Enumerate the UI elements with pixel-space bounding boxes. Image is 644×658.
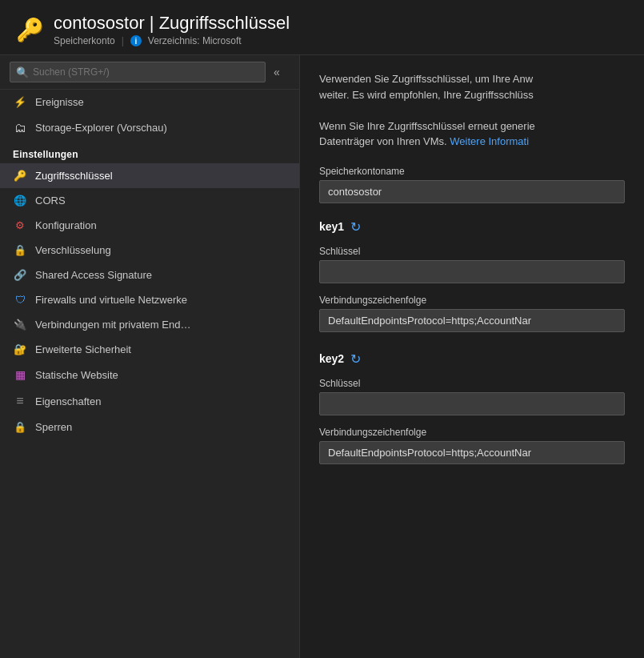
content-area: Verwenden Sie Zugriffsschlüssel, um Ihre… [300, 55, 644, 658]
key1-header: key1 ↻ [319, 219, 625, 235]
statische-website-icon: ▦ [13, 368, 27, 381]
sidebar-item-verschluesselung[interactable]: 🔒 Verschlüsselung [0, 238, 299, 263]
further-info-link[interactable]: Weitere Informati [450, 135, 529, 147]
desc-line3: Wenn Sie Ihre Zugriffsschlüssel erneut g… [319, 118, 625, 134]
sidebar-item-zugriffsschluessel[interactable]: 🔑 Zugriffsschlüssel [0, 163, 299, 188]
key1-verbindung-label: Verbindungszeichenfolge [319, 295, 625, 306]
key1-schluessel-input[interactable] [319, 260, 625, 283]
key2-verbindung-label: Verbindungszeichenfolge [319, 427, 625, 438]
sidebar-item-label: CORS [35, 195, 66, 207]
header-text: contosostor | Zugriffsschlüssel Speicher… [54, 13, 290, 46]
sidebar-item-shared-access[interactable]: 🔗 Shared Access Signature [0, 263, 299, 287]
header-subtitle: Speicherkonto | i Verzeichnis: Microsoft [54, 35, 290, 46]
sidebar-item-sperren[interactable]: 🔒 Sperren [0, 415, 299, 439]
search-input[interactable] [10, 62, 266, 82]
key1-schluessel-label: Schlüssel [319, 246, 625, 257]
sidebar-item-label: Storage-Explorer (Vorschau) [35, 122, 167, 134]
storage-account-input[interactable] [319, 180, 625, 203]
account-type-label: Speicherkonto [54, 35, 115, 46]
verschluesselung-icon: 🔒 [13, 244, 27, 256]
sidebar-scroll: ⚡ Ereignisse 🗂 Storage-Explorer (Vorscha… [0, 90, 299, 658]
sidebar-item-label: Zugriffsschlüssel [35, 170, 113, 182]
collapse-button[interactable]: « [270, 66, 283, 78]
key2-label: key2 [319, 352, 344, 365]
section-einstellungen: Einstellungen [0, 141, 299, 163]
key2-refresh-icon[interactable]: ↻ [350, 351, 361, 367]
sidebar-item-label: Ereignisse [35, 96, 84, 108]
sidebar-item-ereignisse[interactable]: ⚡ Ereignisse [0, 90, 299, 114]
key2-schluessel-label: Schlüssel [319, 378, 625, 389]
sidebar-item-label: Konfiguration [35, 219, 97, 231]
sidebar-item-label: Verbindungen mit privatem End… [35, 319, 190, 331]
page-title: contosostor | Zugriffsschlüssel [54, 13, 290, 34]
desc-line4: Datenträger von Ihren VMs. Weitere Infor… [319, 134, 625, 150]
sidebar-item-label: Erweiterte Sicherheit [35, 343, 131, 355]
key-icon: 🔑 [16, 17, 44, 43]
sperren-icon: 🔒 [13, 421, 27, 433]
content-description: Verwenden Sie Zugriffsschlüssel, um Ihre… [319, 71, 625, 150]
zugriffsschluessel-icon: 🔑 [13, 170, 27, 182]
verbindungen-privat-icon: 🔌 [13, 319, 27, 331]
sidebar-item-statische-website[interactable]: ▦ Statische Website [0, 362, 299, 387]
sidebar-item-storage-explorer[interactable]: 🗂 Storage-Explorer (Vorschau) [0, 114, 299, 141]
sidebar-item-verbindungen-privat[interactable]: 🔌 Verbindungen mit privatem End… [0, 312, 299, 337]
cors-icon: 🌐 [13, 195, 27, 207]
sidebar-item-firewalls[interactable]: 🛡 Firewalls und virtuelle Netzwerke [0, 287, 299, 312]
sidebar-item-label: Firewalls und virtuelle Netzwerke [35, 294, 187, 306]
header: 🔑 contosostor | Zugriffsschlüssel Speich… [0, 0, 644, 55]
desc-line2: weiter. Es wird empfohlen, Ihre Zugriffs… [319, 87, 625, 103]
ereignisse-icon: ⚡ [13, 96, 27, 108]
sidebar-item-label: Sperren [35, 421, 72, 433]
sidebar-item-konfiguration[interactable]: ⚙ Konfiguration [0, 213, 299, 238]
shared-access-icon: 🔗 [13, 269, 27, 281]
sidebar: 🔍 « ⚡ Ereignisse 🗂 Storage-Explorer (Vor… [0, 55, 300, 658]
key1-label: key1 [319, 220, 344, 233]
key1-verbindung-input[interactable] [319, 309, 625, 332]
main-layout: 🔍 « ⚡ Ereignisse 🗂 Storage-Explorer (Vor… [0, 55, 644, 658]
search-icon: 🔍 [16, 66, 29, 78]
key2-verbindung-input[interactable] [319, 441, 625, 464]
search-bar: 🔍 « [0, 55, 299, 90]
sidebar-item-label: Shared Access Signature [35, 269, 152, 281]
eigenschaften-icon: ≡ [13, 394, 27, 408]
desc-line1: Verwenden Sie Zugriffsschlüssel, um Ihre… [319, 71, 625, 87]
sidebar-item-cors[interactable]: 🌐 CORS [0, 188, 299, 213]
firewalls-icon: 🛡 [13, 294, 27, 306]
sidebar-item-label: Statische Website [35, 369, 118, 381]
storage-explorer-icon: 🗂 [13, 121, 27, 134]
key2-schluessel-input[interactable] [319, 392, 625, 415]
konfiguration-icon: ⚙ [13, 219, 27, 231]
sidebar-item-label: Verschlüsselung [35, 244, 111, 256]
erweiterte-sicherheit-icon: 🔐 [13, 343, 27, 355]
storage-account-label: Speicherkontoname [319, 166, 625, 177]
key2-header: key2 ↻ [319, 351, 625, 367]
sidebar-item-eigenschaften[interactable]: ≡ Eigenschaften [0, 387, 299, 415]
info-icon: i [130, 35, 142, 46]
sidebar-item-erweiterte-sicherheit[interactable]: 🔐 Erweiterte Sicherheit [0, 337, 299, 362]
sidebar-item-label: Eigenschaften [35, 395, 101, 407]
header-separator: | [122, 35, 124, 46]
key1-refresh-icon[interactable]: ↻ [350, 219, 361, 235]
directory-label: Verzeichnis: Microsoft [148, 35, 242, 46]
